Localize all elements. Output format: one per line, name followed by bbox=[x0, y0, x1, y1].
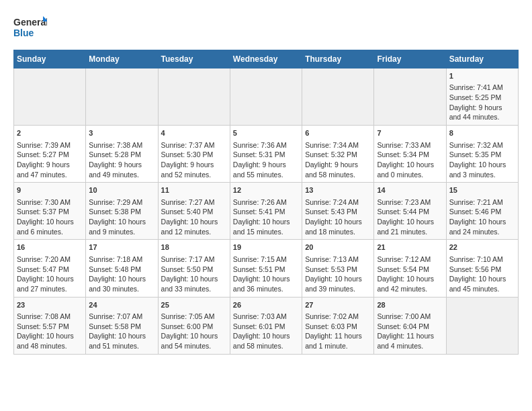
day-info: Sunrise: 7:39 AM bbox=[17, 140, 83, 150]
day-info: Daylight: 10 hours and 27 minutes. bbox=[17, 274, 83, 293]
calendar-cell: 13Sunrise: 7:24 AMSunset: 5:43 PMDayligh… bbox=[302, 183, 374, 240]
calendar-table: SundayMondayTuesdayWednesdayThursdayFrid… bbox=[13, 50, 519, 355]
calendar-cell: 16Sunrise: 7:20 AMSunset: 5:47 PMDayligh… bbox=[14, 240, 86, 297]
day-info: Daylight: 10 hours and 0 minutes. bbox=[377, 160, 443, 179]
calendar-cell: 18Sunrise: 7:17 AMSunset: 5:50 PMDayligh… bbox=[158, 240, 230, 297]
day-number: 8 bbox=[449, 128, 515, 138]
day-info: Sunrise: 7:02 AM bbox=[305, 312, 371, 322]
weekday-header-wednesday: Wednesday bbox=[230, 50, 302, 68]
day-info: Sunset: 5:30 PM bbox=[161, 150, 227, 160]
day-info: Sunrise: 7:21 AM bbox=[449, 197, 515, 208]
day-info: Sunset: 5:53 PM bbox=[305, 265, 371, 275]
day-number: 26 bbox=[233, 300, 299, 310]
day-info: Sunset: 5:41 PM bbox=[233, 207, 299, 217]
weekday-header-row: SundayMondayTuesdayWednesdayThursdayFrid… bbox=[14, 50, 519, 68]
calendar-cell: 5Sunrise: 7:36 AMSunset: 5:31 PMDaylight… bbox=[230, 126, 302, 183]
day-info: Sunset: 6:03 PM bbox=[305, 322, 371, 332]
weekday-header-saturday: Saturday bbox=[446, 50, 518, 68]
weekday-header-thursday: Thursday bbox=[302, 50, 374, 68]
day-info: Daylight: 9 hours and 44 minutes. bbox=[449, 103, 515, 122]
day-info: Sunrise: 7:13 AM bbox=[305, 255, 371, 265]
day-number: 14 bbox=[377, 185, 443, 195]
day-info: Daylight: 10 hours and 6 minutes. bbox=[17, 217, 83, 236]
day-info: Daylight: 10 hours and 18 minutes. bbox=[305, 217, 371, 236]
day-info: Daylight: 10 hours and 9 minutes. bbox=[89, 217, 154, 236]
calendar-cell: 20Sunrise: 7:13 AMSunset: 5:53 PMDayligh… bbox=[302, 240, 374, 297]
day-info: Daylight: 9 hours and 58 minutes. bbox=[305, 160, 371, 179]
day-info: Sunrise: 7:23 AM bbox=[377, 197, 443, 208]
day-info: Sunset: 5:31 PM bbox=[233, 150, 299, 160]
day-number: 15 bbox=[449, 185, 515, 195]
day-info: Sunrise: 7:26 AM bbox=[233, 197, 299, 208]
weekday-header-monday: Monday bbox=[86, 50, 158, 68]
day-info: Sunset: 5:58 PM bbox=[89, 322, 154, 332]
day-info: Daylight: 10 hours and 58 minutes. bbox=[233, 331, 299, 351]
day-number: 17 bbox=[89, 242, 154, 253]
day-number: 24 bbox=[89, 300, 154, 310]
day-number: 20 bbox=[305, 242, 371, 253]
day-info: Daylight: 10 hours and 54 minutes. bbox=[161, 331, 227, 351]
svg-text:Blue: Blue bbox=[13, 28, 34, 38]
day-info: Sunset: 5:56 PM bbox=[449, 265, 515, 275]
day-info: Sunset: 5:40 PM bbox=[161, 207, 227, 217]
day-info: Sunset: 6:04 PM bbox=[377, 322, 443, 332]
calendar-week-5: 23Sunrise: 7:08 AMSunset: 5:57 PMDayligh… bbox=[14, 297, 519, 354]
day-info: Daylight: 9 hours and 49 minutes. bbox=[89, 160, 154, 179]
day-info: Sunrise: 7:20 AM bbox=[17, 255, 83, 265]
day-info: Sunset: 5:35 PM bbox=[449, 150, 515, 160]
calendar-cell: 14Sunrise: 7:23 AMSunset: 5:44 PMDayligh… bbox=[374, 183, 446, 240]
day-info: Daylight: 10 hours and 15 minutes. bbox=[233, 217, 299, 236]
calendar-cell bbox=[14, 68, 86, 126]
day-number: 10 bbox=[89, 185, 154, 195]
day-info: Sunrise: 7:36 AM bbox=[233, 140, 299, 150]
calendar-cell bbox=[86, 68, 158, 126]
day-info: Sunset: 5:28 PM bbox=[89, 150, 154, 160]
day-info: Sunrise: 7:12 AM bbox=[377, 255, 443, 265]
day-info: Sunrise: 7:07 AM bbox=[89, 312, 154, 322]
calendar-cell: 27Sunrise: 7:02 AMSunset: 6:03 PMDayligh… bbox=[302, 297, 374, 354]
day-number: 7 bbox=[377, 128, 443, 138]
day-info: Sunrise: 7:24 AM bbox=[305, 197, 371, 208]
day-info: Sunset: 5:37 PM bbox=[17, 207, 83, 217]
weekday-header-friday: Friday bbox=[374, 50, 446, 68]
day-number: 13 bbox=[305, 185, 371, 195]
day-info: Daylight: 10 hours and 21 minutes. bbox=[377, 217, 443, 236]
day-info: Sunset: 5:48 PM bbox=[89, 265, 154, 275]
day-number: 27 bbox=[305, 300, 371, 310]
day-info: Daylight: 10 hours and 30 minutes. bbox=[89, 274, 154, 293]
day-info: Daylight: 10 hours and 36 minutes. bbox=[233, 274, 299, 293]
day-info: Daylight: 10 hours and 33 minutes. bbox=[161, 274, 227, 293]
day-info: Sunset: 5:27 PM bbox=[17, 150, 83, 160]
logo-svg: General Blue bbox=[13, 13, 47, 43]
weekday-header-tuesday: Tuesday bbox=[158, 50, 230, 68]
day-info: Daylight: 10 hours and 45 minutes. bbox=[449, 274, 515, 293]
day-info: Sunrise: 7:29 AM bbox=[89, 197, 154, 208]
calendar-cell: 25Sunrise: 7:05 AMSunset: 6:00 PMDayligh… bbox=[158, 297, 230, 354]
calendar-week-4: 16Sunrise: 7:20 AMSunset: 5:47 PMDayligh… bbox=[14, 240, 519, 297]
day-number: 28 bbox=[377, 300, 443, 310]
calendar-cell bbox=[374, 68, 446, 126]
day-info: Sunrise: 7:34 AM bbox=[305, 140, 371, 150]
day-info: Sunrise: 7:00 AM bbox=[377, 312, 443, 322]
day-number: 18 bbox=[161, 242, 227, 253]
logo: General Blue bbox=[13, 13, 47, 43]
day-info: Sunset: 5:54 PM bbox=[377, 265, 443, 275]
day-info: Daylight: 11 hours and 1 minute. bbox=[305, 331, 371, 351]
day-info: Sunset: 6:01 PM bbox=[233, 322, 299, 332]
day-number: 6 bbox=[305, 128, 371, 138]
day-number: 25 bbox=[161, 300, 227, 310]
day-number: 19 bbox=[233, 242, 299, 253]
day-info: Sunrise: 7:30 AM bbox=[17, 197, 83, 208]
calendar-cell: 7Sunrise: 7:33 AMSunset: 5:34 PMDaylight… bbox=[374, 126, 446, 183]
day-info: Sunrise: 7:10 AM bbox=[449, 255, 515, 265]
day-info: Sunrise: 7:37 AM bbox=[161, 140, 227, 150]
day-info: Sunrise: 7:05 AM bbox=[161, 312, 227, 322]
day-info: Sunset: 6:00 PM bbox=[161, 322, 227, 332]
day-number: 21 bbox=[377, 242, 443, 253]
calendar-cell: 9Sunrise: 7:30 AMSunset: 5:37 PMDaylight… bbox=[14, 183, 86, 240]
calendar-cell: 12Sunrise: 7:26 AMSunset: 5:41 PMDayligh… bbox=[230, 183, 302, 240]
day-number: 12 bbox=[233, 185, 299, 195]
day-number: 5 bbox=[233, 128, 299, 138]
day-number: 4 bbox=[161, 128, 227, 138]
day-info: Daylight: 10 hours and 12 minutes. bbox=[161, 217, 227, 236]
